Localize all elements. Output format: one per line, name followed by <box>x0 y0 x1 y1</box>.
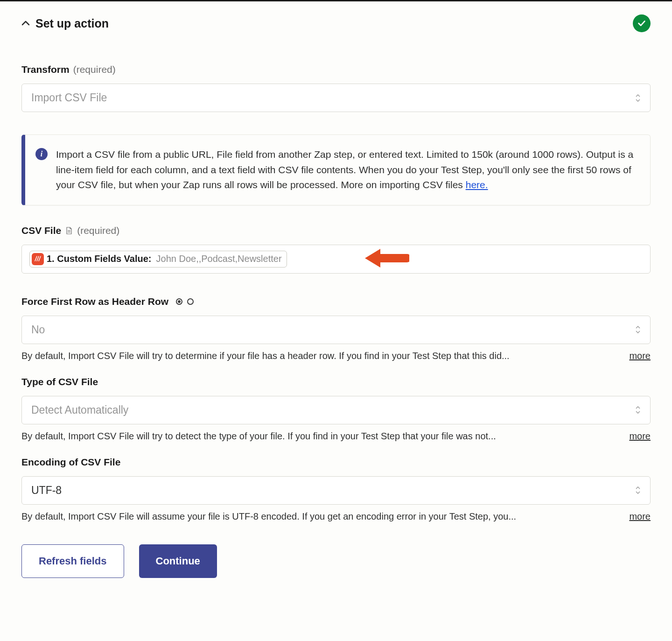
radio-option-1[interactable] <box>176 298 182 305</box>
encoding-more[interactable]: more <box>629 511 651 522</box>
encoding-helper: By default, Import CSV File will assume … <box>21 511 620 522</box>
csv-type-label-row: Type of CSV File <box>21 376 651 387</box>
annotation-arrow-icon <box>363 245 409 273</box>
force-header-helper: By default, Import CSV File will try to … <box>21 351 620 361</box>
encoding-field: Encoding of CSV File UTF-8 By default, I… <box>21 457 651 522</box>
updown-icon <box>635 406 641 414</box>
csv-file-field: CSV File (required) 1. Custom Fields Val… <box>21 225 651 274</box>
force-header-radios <box>176 298 194 305</box>
radio-option-2[interactable] <box>187 298 194 305</box>
csv-file-input[interactable]: 1. Custom Fields Value: John Doe,,Podcas… <box>21 245 651 274</box>
button-row: Refresh fields Continue <box>21 544 651 578</box>
updown-icon <box>635 326 641 333</box>
force-header-field: Force First Row as Header Row No By defa… <box>21 296 651 361</box>
csv-file-required: (required) <box>77 225 119 236</box>
pill-label: 1. Custom Fields Value: <box>47 254 152 264</box>
encoding-label: Encoding of CSV File <box>21 457 120 468</box>
document-icon <box>66 227 72 234</box>
pill-value: John Doe,,Podcast,Newsletter <box>156 254 282 264</box>
encoding-helper-row: By default, Import CSV File will assume … <box>21 511 651 522</box>
csv-file-label-row: CSV File (required) <box>21 225 651 236</box>
chevron-up-icon <box>21 19 30 28</box>
transform-label: Transform <box>21 64 70 75</box>
encoding-select[interactable]: UTF-8 <box>21 476 651 505</box>
csv-type-select[interactable]: Detect Automatically <box>21 396 651 424</box>
csv-type-helper-row: By default, Import CSV File will try to … <box>21 431 651 442</box>
force-header-more[interactable]: more <box>629 351 651 361</box>
csv-type-field: Type of CSV File Detect Automatically By… <box>21 376 651 442</box>
info-text: Import a CSV file from a public URL, Fil… <box>56 147 636 193</box>
header-left[interactable]: Set up action <box>21 17 109 30</box>
csv-type-more[interactable]: more <box>629 431 651 442</box>
transform-select[interactable]: Import CSV File <box>21 84 651 112</box>
updown-icon <box>635 486 641 494</box>
csv-file-label: CSV File <box>21 225 61 236</box>
transform-value: Import CSV File <box>31 92 107 104</box>
force-header-helper-row: By default, Import CSV File will try to … <box>21 351 651 361</box>
force-header-label: Force First Row as Header Row <box>21 296 168 307</box>
csv-type-value: Detect Automatically <box>31 404 128 416</box>
csv-file-pill[interactable]: 1. Custom Fields Value: John Doe,,Podcas… <box>29 251 287 268</box>
transform-required: (required) <box>73 64 116 75</box>
transform-field: Transform (required) Import CSV File <box>21 64 651 112</box>
info-banner: i Import a CSV file from a public URL, F… <box>21 134 651 205</box>
action-setup-panel: Set up action Transform (required) Impor… <box>0 1 672 606</box>
force-header-label-row: Force First Row as Header Row <box>21 296 651 307</box>
continue-button[interactable]: Continue <box>139 544 217 578</box>
updown-icon <box>635 94 641 102</box>
csv-type-helper: By default, Import CSV File will try to … <box>21 431 620 442</box>
app-icon <box>32 253 44 265</box>
status-check-icon <box>633 14 651 32</box>
encoding-label-row: Encoding of CSV File <box>21 457 651 468</box>
info-body: Import a CSV file from a public URL, Fil… <box>56 149 633 190</box>
refresh-fields-button[interactable]: Refresh fields <box>21 544 124 578</box>
csv-type-label: Type of CSV File <box>21 376 98 387</box>
panel-header: Set up action <box>21 14 651 32</box>
panel-title: Set up action <box>35 17 109 30</box>
info-link[interactable]: here. <box>466 179 488 190</box>
transform-label-row: Transform (required) <box>21 64 651 75</box>
force-header-value: No <box>31 324 45 336</box>
force-header-select[interactable]: No <box>21 316 651 344</box>
info-icon: i <box>35 148 48 160</box>
encoding-value: UTF-8 <box>31 484 62 497</box>
